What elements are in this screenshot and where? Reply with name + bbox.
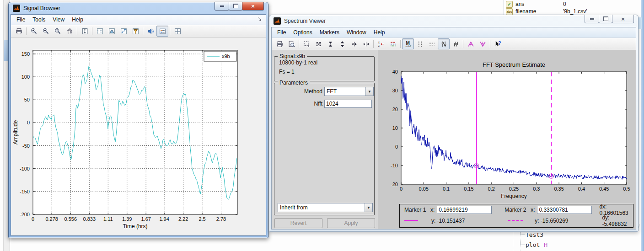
scale-y-axis-icon [81, 27, 89, 35]
peak-marker-icon [467, 40, 475, 48]
close-button[interactable]: × [242, 2, 264, 11]
dock-arrow-icon[interactable] [257, 16, 263, 23]
svg-text:x: x [378, 40, 380, 43]
svg-text:0.2: 0.2 [488, 186, 495, 192]
toolbar-separator [77, 27, 77, 35]
inherit-from-select[interactable]: Inherit from ▼ [278, 203, 373, 212]
spectrum-viewer-titlebar[interactable]: Spectrum Viewer × [269, 15, 638, 27]
close-icon: × [621, 16, 625, 22]
svg-text:100: 100 [21, 74, 30, 80]
print-button[interactable] [274, 38, 285, 49]
svg-text:2.5: 2.5 [199, 216, 205, 222]
apply-button[interactable]: Apply [327, 218, 375, 228]
svg-text:30: 30 [392, 88, 398, 93]
play-sound-button[interactable] [145, 26, 156, 37]
track-markers-icon [440, 40, 448, 48]
zoom-x-button[interactable] [40, 26, 52, 37]
history-text: Test3 [526, 231, 543, 238]
matlab-desktop: ✓ans0abcfilename'9b_1.csv' Test3plotH Si… [0, 0, 644, 251]
maximize-button[interactable] [599, 15, 612, 23]
layout-grid-button[interactable] [172, 26, 183, 37]
svg-text:0: 0 [395, 144, 398, 150]
minimize-button[interactable] [215, 2, 229, 11]
legend-icon [159, 27, 166, 35]
print-button[interactable] [13, 26, 25, 37]
menu-item-help[interactable]: Help [370, 28, 389, 37]
vertical-markers-button[interactable] [414, 38, 426, 49]
minimize-button[interactable] [585, 15, 599, 23]
svg-text:-200: -200 [20, 212, 30, 217]
menu-item-view[interactable]: View [49, 15, 68, 24]
menu-item-options[interactable]: Options [290, 28, 316, 37]
valley-marker-button[interactable] [477, 38, 488, 49]
context-help-button[interactable]: ? [492, 38, 504, 49]
svg-text:x9b: x9b [222, 53, 230, 59]
track-markers-button[interactable] [438, 38, 450, 49]
pan-button[interactable] [64, 26, 75, 37]
signal-plot: 00.2780.5560.8331.111.391.671.942.222.52… [11, 37, 266, 236]
svg-text:0: 0 [32, 216, 34, 222]
marker1-line-swatch [404, 220, 431, 221]
history-item[interactable]: Test3 [521, 231, 543, 238]
workspace-row[interactable]: ✓ans0 [506, 0, 643, 8]
revert-button[interactable]: Revert [274, 218, 322, 228]
scale-y-axis-button[interactable] [79, 26, 91, 37]
expand-y-button[interactable] [336, 38, 348, 49]
stairstep-button[interactable] [118, 26, 129, 37]
marker-toggle-button[interactable]: Mon/off [402, 38, 414, 49]
zoom-y-button[interactable] [52, 26, 64, 37]
compress-y-button[interactable] [324, 38, 336, 49]
expand-xy-icon [315, 40, 322, 48]
full-x-button[interactable] [348, 38, 360, 49]
marker1-x-input[interactable] [437, 206, 492, 214]
peak-marker-button[interactable] [465, 38, 477, 49]
marker2-x-input[interactable] [537, 206, 592, 214]
desktop-highlight-fragment [638, 17, 642, 29]
signal-plot-figure: 00.2780.5560.8331.111.391.671.942.222.52… [11, 37, 266, 236]
slope-markers-icon [452, 40, 460, 48]
toolbar-separator [170, 27, 170, 35]
zoom-in-button[interactable] [28, 26, 40, 37]
maximize-button[interactable] [229, 2, 242, 11]
svg-text:0.15: 0.15 [464, 186, 473, 192]
toolbar-separator [143, 27, 143, 35]
svg-text:1.94: 1.94 [159, 216, 169, 222]
horizontal-markers-button[interactable] [426, 38, 438, 49]
workspace-row[interactable]: abcfilename'9b_1.csv' [506, 8, 643, 15]
line-props-button[interactable] [387, 38, 399, 49]
close-icon: × [251, 3, 255, 9]
close-button[interactable]: × [612, 15, 634, 23]
print-preview-button[interactable] [285, 38, 297, 49]
menu-item-file[interactable]: File [13, 15, 29, 24]
slope-markers-button[interactable] [450, 38, 462, 49]
menu-item-window[interactable]: Window [343, 28, 370, 37]
grid-button[interactable] [94, 26, 106, 37]
y-axis-label: Amplitude [12, 120, 19, 145]
full-y-button[interactable] [360, 38, 372, 49]
zoom-rect-button[interactable] [301, 38, 312, 49]
method-select[interactable]: FFT ▼ [324, 87, 374, 96]
zoom-rect-icon [303, 40, 311, 48]
spectrum-viewer-window: Spectrum Viewer × FileOptionsMarkersWind… [269, 15, 639, 232]
svg-text:40: 40 [392, 69, 398, 75]
plot-legend[interactable]: x9b [204, 51, 236, 61]
axis-config-button[interactable]: xz [375, 38, 387, 49]
expand-xy-button[interactable] [312, 38, 324, 49]
menu-item-help[interactable]: Help [68, 15, 87, 24]
menu-item-tools[interactable]: Tools [29, 15, 49, 24]
svg-text:1.39: 1.39 [122, 216, 132, 222]
variable-value: 0 [563, 1, 566, 7]
menu-item-markers[interactable]: Markers [316, 28, 343, 37]
nfft-input[interactable] [324, 100, 372, 108]
history-item[interactable]: plotH [521, 241, 547, 248]
signal-trace-button[interactable] [106, 26, 118, 37]
signal-browser-client: FileToolsViewHelp 00.2780.5560.8331.111.… [11, 14, 266, 236]
history-tree-guide [513, 230, 514, 251]
histogram-button[interactable] [129, 26, 141, 37]
signal-browser-titlebar[interactable]: Signal Browser × [9, 2, 268, 14]
menu-item-file[interactable]: File [274, 28, 290, 37]
svg-text:0.25: 0.25 [509, 186, 519, 192]
context-help-icon: ? [494, 40, 502, 48]
parameters-group: Parameters Method FFT ▼ Nfft [274, 83, 375, 215]
legend-button[interactable] [156, 26, 168, 37]
